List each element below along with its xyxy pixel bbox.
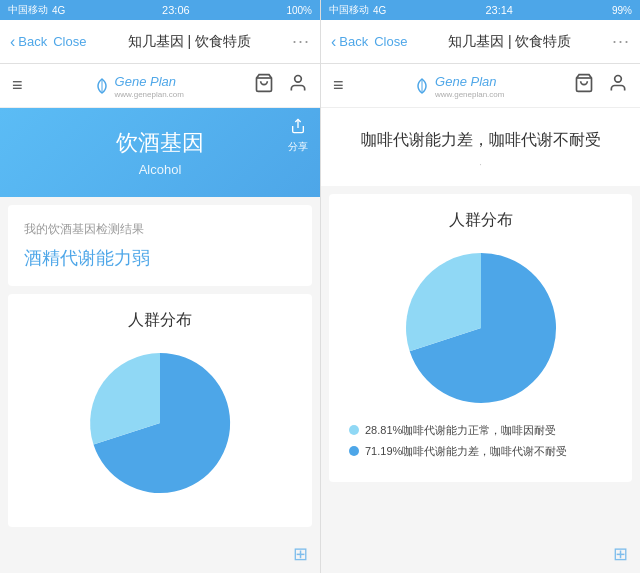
main-title-right: 咖啡代谢能力差，咖啡代谢不耐受 [337,120,624,156]
network-right: 4G [373,5,386,16]
logo-svg-right [413,77,431,95]
nav-more-left[interactable]: ··· [292,31,310,52]
legend-text-1: 28.81%咖啡代谢能力正常，咖啡因耐受 [365,423,556,438]
logo-sub-right: www.geneplan.com [435,90,504,99]
nav-more-right[interactable]: ··· [612,31,630,52]
distribution-title-right: 人群分布 [345,210,616,231]
logo-right: Gene Plan www.geneplan.com [413,72,504,99]
panel-left: 中国移动 4G 23:06 100% ‹ Back Close 知几基因 | 饮… [0,0,320,573]
legend-dot-2 [349,446,359,456]
pie-svg-right [396,243,566,413]
distribution-title-left: 人群分布 [24,310,296,331]
distribution-card-right: 人群分布 28.81%咖啡代谢能力正常，咖啡因耐受 [329,194,632,482]
legend-right: 28.81%咖啡代谢能力正常，咖啡因耐受 71.19%咖啡代谢能力差，咖啡代谢不… [345,423,616,460]
legend-item-2: 71.19%咖啡代谢能力差，咖啡代谢不耐受 [349,444,612,459]
panel-right: 中国移动 4G 23:14 99% ‹ Back Close 知几基因 | 饮食… [320,0,640,573]
pie-svg-left [80,343,240,503]
app-header-right: ≡ Gene Plan www.geneplan.com [321,64,640,108]
hero-banner: 饮酒基因 Alcohol 分享 [0,108,320,197]
content-right: 咖啡代谢能力差，咖啡代谢不耐受 · 人群分布 28.81% [321,108,640,573]
user-icon-right[interactable] [608,73,628,98]
grid-icon-right[interactable]: ⊞ [613,543,628,565]
svg-point-6 [615,76,622,83]
time-left: 23:06 [162,4,190,16]
user-icon-left[interactable] [288,73,308,98]
network-left: 4G [52,5,65,16]
legend-dot-1 [349,425,359,435]
result-card-value: 酒精代谢能力弱 [24,246,296,270]
chevron-icon-left: ‹ [10,33,15,51]
nav-bar-right: ‹ Back Close 知几基因 | 饮食特质 ··· [321,20,640,64]
nav-bar-left: ‹ Back Close 知几基因 | 饮食特质 ··· [0,20,320,64]
result-card-label: 我的饮酒基因检测结果 [24,221,296,238]
time-right: 23:14 [485,4,513,16]
menu-icon-left[interactable]: ≡ [12,75,23,96]
legend-item-1: 28.81%咖啡代谢能力正常，咖啡因耐受 [349,423,612,438]
logo-sub-left: www.geneplan.com [115,90,184,99]
carrier-right: 中国移动 [329,3,369,17]
back-close-button-left[interactable]: ‹ Back Close [10,33,86,51]
hero-title: 饮酒基因 [16,128,304,158]
svg-point-2 [295,76,302,83]
close-label-left: Close [53,34,86,49]
battery-right: 99% [612,5,632,16]
carrier-left: 中国移动 [8,3,48,17]
pie-chart-right [345,243,616,413]
logo-left: Gene Plan www.geneplan.com [93,72,184,99]
cart-icon-left[interactable] [254,73,274,98]
app-header-left: ≡ Gene Plan www.geneplan.com [0,64,320,108]
pie-chart-left [24,343,296,503]
status-bar-right: 中国移动 4G 23:14 99% [321,0,640,20]
close-label-right: Close [374,34,407,49]
share-button[interactable]: 分享 [288,118,308,154]
menu-icon-right[interactable]: ≡ [333,75,344,96]
main-content-right: 咖啡代谢能力差，咖啡代谢不耐受 · [321,108,640,186]
battery-left: 100% [286,5,312,16]
share-label: 分享 [288,140,308,154]
content-left: 饮酒基因 Alcohol 分享 我的饮酒基因检测结果 酒精代谢能力弱 人群分布 [0,108,320,573]
back-label-right: Back [339,34,368,49]
logo-text-right: Gene Plan [435,74,496,89]
cart-icon-right[interactable] [574,73,594,98]
logo-text-left: Gene Plan [115,74,176,89]
result-card: 我的饮酒基因检测结果 酒精代谢能力弱 [8,205,312,286]
legend-text-2: 71.19%咖啡代谢能力差，咖啡代谢不耐受 [365,444,567,459]
logo-svg-left [93,77,111,95]
distribution-card-left: 人群分布 [8,294,312,527]
nav-title-right: 知几基因 | 饮食特质 [407,33,612,51]
chevron-icon-right: ‹ [331,33,336,51]
status-bar-left: 中国移动 4G 23:06 100% [0,0,320,20]
back-close-button-right[interactable]: ‹ Back Close [331,33,407,51]
nav-title-left: 知几基因 | 饮食特质 [86,33,292,51]
share-icon [290,118,306,138]
back-label-left: Back [18,34,47,49]
grid-icon-left[interactable]: ⊞ [293,543,308,565]
hero-subtitle: Alcohol [16,162,304,177]
